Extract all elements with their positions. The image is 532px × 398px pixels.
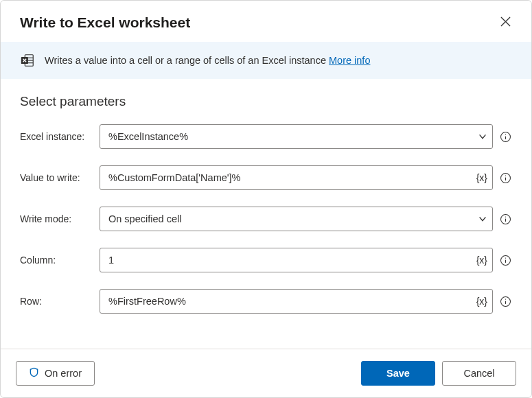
svg-point-12 [505, 175, 505, 176]
excel-instance-select[interactable] [100, 124, 493, 149]
control-value-to-write: {x} [100, 165, 493, 190]
field-value-to-write: Value to write: {x} [20, 165, 512, 190]
info-icon-write-mode[interactable] [498, 212, 512, 226]
footer-right: Save Cancel [361, 361, 516, 386]
svg-point-9 [505, 134, 505, 134]
info-icon-excel-instance[interactable] [498, 130, 512, 143]
dialog-title: Write to Excel worksheet [20, 14, 190, 31]
shield-icon [29, 367, 39, 379]
row-input[interactable] [100, 289, 493, 314]
dialog-header: Write to Excel worksheet [1, 1, 531, 42]
info-bar: Writes a value into a cell or a range of… [1, 42, 531, 79]
control-row: {x} [100, 289, 493, 314]
label-column: Column: [20, 255, 94, 266]
more-info-link[interactable]: More info [329, 55, 370, 66]
close-button[interactable] [496, 13, 515, 32]
save-button[interactable]: Save [361, 361, 435, 386]
info-text: Writes a value into a cell or a range of… [45, 55, 329, 66]
svg-point-18 [505, 257, 505, 258]
field-row: Row: {x} [20, 289, 512, 314]
variable-picker-icon[interactable]: {x} [476, 296, 487, 307]
label-excel-instance: Excel instance: [20, 131, 94, 142]
column-input[interactable] [100, 248, 493, 272]
content-area: Select parameters Excel instance: Value … [1, 79, 531, 349]
variable-picker-icon[interactable]: {x} [476, 255, 487, 266]
svg-point-15 [505, 216, 505, 217]
on-error-label: On error [45, 368, 82, 379]
control-excel-instance [100, 124, 493, 149]
dialog-footer: On error Save Cancel [1, 349, 531, 397]
close-icon [500, 16, 511, 29]
label-value-to-write: Value to write: [20, 172, 94, 183]
cancel-label: Cancel [463, 368, 494, 379]
info-icon-row[interactable] [498, 294, 512, 308]
write-mode-select[interactable] [100, 207, 493, 231]
label-write-mode: Write mode: [20, 213, 94, 224]
field-column: Column: {x} [20, 248, 512, 272]
dialog: Write to Excel worksheet Writes a value … [0, 0, 532, 398]
value-to-write-input[interactable] [100, 165, 493, 190]
variable-picker-icon[interactable]: {x} [476, 172, 487, 183]
cancel-button[interactable]: Cancel [442, 361, 516, 386]
section-title: Select parameters [20, 94, 512, 109]
info-icon-column[interactable] [498, 253, 512, 267]
field-excel-instance: Excel instance: [20, 124, 512, 149]
label-row: Row: [20, 296, 94, 307]
save-label: Save [386, 368, 410, 379]
on-error-button[interactable]: On error [16, 361, 95, 386]
field-write-mode: Write mode: [20, 207, 512, 231]
control-column: {x} [100, 248, 493, 272]
svg-point-21 [505, 298, 505, 299]
info-icon-value-to-write[interactable] [498, 171, 512, 185]
control-write-mode [100, 207, 493, 231]
info-text-wrap: Writes a value into a cell or a range of… [45, 55, 370, 66]
excel-icon [20, 53, 35, 68]
